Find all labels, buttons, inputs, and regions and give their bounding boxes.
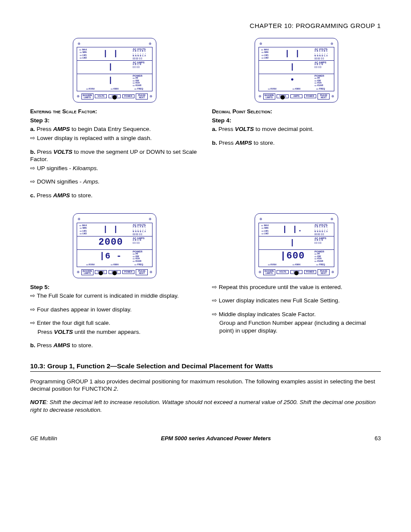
meter-figure-2: ⊕⊕ MAXMINLM1LM2 | | AC VOLTSA B C A B C▫… — [212, 38, 381, 103]
volts-button: VOLTS — [277, 94, 289, 98]
meter-figure-3: ⊕⊕ MAXMINLM1LM2 | | AC VOLTSA B C A B C▫… — [30, 213, 199, 278]
phase-next-button: PHASENEXT — [136, 93, 148, 100]
amps-button: AMPS — [290, 270, 302, 274]
step3-text: Entering the Scale Factor: Step 3: a. Pr… — [30, 108, 199, 199]
phase-next-button: PHASENEXT — [318, 93, 330, 100]
volts-button: VOLTS — [95, 270, 107, 274]
maxmin-limits-button: MAX/MINLIMITS — [263, 269, 275, 275]
maxmin-limits-button: MAX/MINLIMITS — [81, 93, 93, 100]
power-button: POWER — [304, 94, 316, 98]
amps-button: AMPS — [290, 94, 302, 98]
note-paragraph: NOTE: Shift the decimal left to increase… — [30, 398, 381, 414]
step5-right-text: Repeat this procedure until the value is… — [212, 283, 381, 335]
maxmin-limits-button: MAX/MINLIMITS — [81, 269, 93, 275]
amps-button: AMPS — [109, 270, 121, 274]
power-button: POWER — [122, 94, 134, 98]
meter-figure-4: ⊕⊕ MAXMINLM1LM2 | |. AC VOLTSA B C A B C… — [212, 213, 381, 278]
phase-next-button: PHASENEXT — [318, 269, 330, 275]
chapter-header: CHAPTER 10: PROGRAMMING GROUP 1 — [30, 22, 381, 30]
section-heading: 10.3: Group 1, Function 2—Scale Selectio… — [30, 362, 381, 372]
page-footer: GE Multilin EPM 5000 series Advanced Pow… — [30, 435, 381, 442]
volts-button: VOLTS — [95, 94, 107, 98]
step5-text: Step 5: The Full Scale for current is in… — [30, 283, 199, 349]
step4-text: Decimal Point Selection: Step 4: a. Pres… — [212, 108, 381, 147]
meter-figure-1: ⊕⊕ MAXMINLM1LM2 | | AC VOLTSA B C A B C▫… — [30, 38, 199, 103]
power-button: POWER — [304, 270, 316, 274]
amps-button: AMPS — [109, 94, 121, 98]
phase-next-button: PHASENEXT — [136, 269, 148, 275]
volts-button: VOLTS — [277, 270, 289, 274]
section-paragraph: Programming GROUP 1 also provides decima… — [30, 378, 381, 393]
maxmin-limits-button: MAX/MINLIMITS — [263, 93, 275, 100]
power-button: POWER — [122, 270, 134, 274]
